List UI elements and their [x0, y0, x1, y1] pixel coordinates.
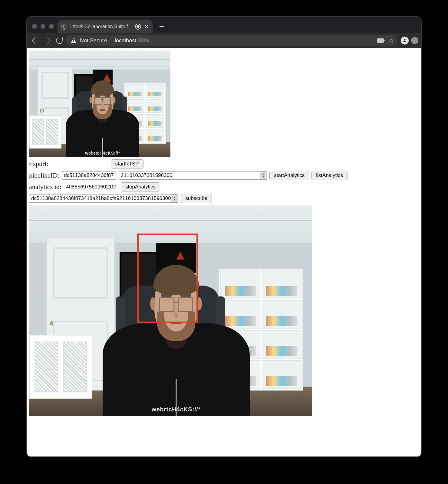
analytics-id-row: analytics id: stopAnalytics — [29, 182, 419, 191]
rtspurl-label: rtspurl: — [29, 160, 48, 168]
hoodie-logo-small: webrtcH4cKS://* — [85, 151, 120, 155]
address-bar[interactable]: Not Secure localhost:3004 ☆ — [66, 35, 397, 46]
browser-tab[interactable]: Intel® Collaboration Suite f — [58, 20, 153, 33]
new-tab-button[interactable] — [157, 21, 167, 32]
security-status: Not Secure — [80, 38, 107, 44]
reload-button[interactable] — [54, 35, 65, 46]
globe-icon — [61, 24, 67, 30]
hoodie-logo-large: webrtcH4cKS://* — [152, 406, 201, 412]
start-analytics-button[interactable]: startAnalytics — [269, 171, 309, 180]
start-rtsp-button[interactable]: startRTSP — [111, 159, 143, 168]
subscribe-stream-select[interactable]: dc51138a8284436f873418a21ba8cfa921161033… — [29, 194, 178, 203]
analytics-id-input[interactable] — [64, 183, 118, 191]
window-max-dot[interactable] — [49, 24, 54, 29]
stop-analytics-button[interactable]: stopAnalytics — [121, 182, 160, 191]
subscribe-button[interactable]: subscribe — [181, 194, 212, 203]
chevron-updown-icon — [260, 172, 267, 179]
pipeline-id-label: pipelineID: — [29, 172, 59, 179]
nav-forward-button[interactable] — [42, 35, 53, 46]
list-analytics-button[interactable]: listAnalytics — [311, 171, 348, 180]
extension-dot-icon[interactable] — [411, 37, 418, 44]
tab-close-icon[interactable] — [144, 24, 149, 29]
subscribe-row: dc51138a8284436f873418a21ba8cfa921161033… — [29, 194, 419, 203]
profile-button[interactable] — [401, 37, 409, 44]
pipeline-stream-select[interactable]: 211610337381596300 — [119, 171, 267, 180]
chevron-updown-icon — [171, 195, 178, 202]
address-separator — [111, 38, 111, 44]
screenshot-root: Intel® Collaboration Suite f Not Secure … — [0, 0, 448, 484]
page-content: webrtcH4cKS://* — [27, 48, 421, 457]
local-video-preview: webrtcH4cKS://* — [29, 51, 170, 157]
arrow-left-icon — [32, 37, 39, 44]
recording-indicator-icon — [135, 24, 141, 30]
toolbar-right — [401, 37, 418, 44]
bookmark-star-icon[interactable]: ☆ — [388, 37, 394, 44]
reload-icon — [55, 36, 64, 45]
face-detection-overlay — [137, 234, 198, 323]
nav-back-button[interactable] — [30, 35, 41, 46]
window-controls — [30, 24, 58, 33]
subscribe-stream-select-value: dc51138a8284436f873418a21ba8cfa921161033… — [31, 195, 171, 201]
camera-permission-icon[interactable] — [377, 38, 384, 43]
url-host: localhost — [115, 38, 136, 44]
window-close-dot[interactable] — [32, 24, 37, 29]
tab-strip: Intel® Collaboration Suite f — [27, 17, 421, 33]
arrow-right-icon — [44, 37, 51, 44]
url-port: :3004 — [136, 38, 150, 44]
tab-title: Intel® Collaboration Suite f — [70, 24, 132, 29]
rtspurl-row: rtspurl: startRTSP — [29, 159, 419, 168]
plus-icon — [160, 24, 164, 29]
not-secure-warning-icon — [71, 38, 76, 43]
pipeline-stream-select-value: 211610337381596300 — [121, 172, 172, 178]
analytics-id-label: analytics id: — [29, 183, 61, 191]
window-min-dot[interactable] — [41, 24, 45, 29]
pipeline-row: pipelineID: 211610337381596300 startAnal… — [29, 171, 419, 180]
pipeline-id-input[interactable] — [62, 171, 116, 180]
browser-toolbar: Not Secure localhost:3004 ☆ — [27, 33, 421, 48]
browser-window: Intel® Collaboration Suite f Not Secure … — [27, 17, 421, 457]
user-icon — [402, 38, 407, 43]
rtspurl-input[interactable] — [51, 160, 108, 168]
analytics-video-output: webrtcH4cKS://* — [29, 205, 312, 416]
